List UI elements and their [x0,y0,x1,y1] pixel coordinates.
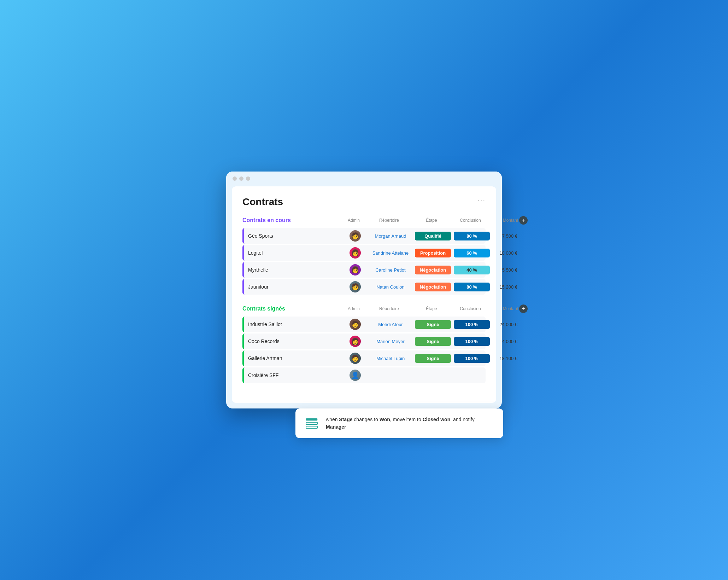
col-montant-label-1: Montant [490,218,518,223]
section-signes-header: Contrats signés Admin Répertoire Étape C… [242,304,486,314]
row-montant: 4 000 € [491,339,519,344]
avatar: 🧑 [350,281,361,292]
page-title: Contrats [242,196,283,208]
add-en-cours-button[interactable]: + [519,216,528,225]
automation-closed-won: Closed won [423,417,451,422]
page-header: Contrats ··· [242,196,486,208]
row-admin: 👩 [343,247,368,259]
col-montant-label-2: Montant [490,306,518,311]
conclusion-bar: 80 % [454,283,490,291]
section-signes: Contrats signés Admin Répertoire Étape C… [242,304,486,383]
row-repertoire: Marion Meyer [368,339,413,344]
row-admin: 🧑 [343,319,368,330]
conclusion-bar: 100 % [454,337,490,346]
avatar: 👩 [350,247,361,259]
more-options-icon[interactable]: ··· [477,196,486,204]
row-name: Myrthelle [244,267,343,273]
conclusion-bar: 100 % [454,320,490,329]
automation-stage: Stage [339,417,352,422]
table-row[interactable]: Industrie Saillot 🧑 Mehdi Atour Signé 10… [242,317,486,332]
row-name: Croisière SFF [244,372,343,378]
row-admin: 👤 [343,370,368,381]
section-en-cours: Contrats en cours Admin Répertoire Étape… [242,216,486,295]
row-admin: 👩 [343,336,368,347]
col-conclusion-label-1: Conclusion [451,218,490,223]
etape-badge: Qualifié [415,232,451,240]
row-admin: 🧑 [343,353,368,364]
row-montant: 5 500 € [491,267,519,273]
traffic-light-red [233,176,237,181]
avatar: 👩 [350,264,361,276]
row-name: Coco Records [244,338,343,344]
avatar: 🧑 [350,230,361,242]
add-signes-button[interactable]: + [519,304,528,313]
table-row[interactable]: Croisière SFF 👤 [242,367,486,383]
etape-badge: Négociation [415,266,451,274]
table-row[interactable]: Jaunitour 🧑 Natan Coulon Négociation 80 … [242,279,486,295]
col-conclusion-label-2: Conclusion [451,306,490,311]
browser-window: Contrats ··· Contrats en cours Admin Rép… [226,172,502,408]
traffic-light-yellow [239,176,243,181]
automation-tooltip: when Stage changes to Won, move item to … [295,408,503,438]
avatar: 🧑 [350,353,361,364]
table-row[interactable]: Logitel 👩 Sandrine Attelane Proposition … [242,245,486,261]
row-name: Géo Sports [244,233,343,239]
row-repertoire: Michael Lupin [368,356,413,361]
table-row[interactable]: Myrthelle 👩 Caroline Petiot Négociation … [242,262,486,278]
svg-rect-1 [306,422,317,424]
conclusion-bar: 100 % [454,354,490,363]
conclusion-bar: 60 % [454,249,490,257]
svg-rect-2 [306,426,317,428]
en-cours-rows: Géo Sports 🧑 Morgan Arnaud Qualifié 80 %… [242,228,486,295]
app-card: Contrats ··· Contrats en cours Admin Rép… [232,186,496,403]
conclusion-bar: 40 % [454,266,490,274]
row-montant: 10 000 € [491,250,519,256]
row-repertoire: Sandrine Attelane [368,250,413,256]
avatar: 👤 [350,370,361,381]
signes-rows: Industrie Saillot 🧑 Mehdi Atour Signé 10… [242,317,486,383]
col-repertoire-label-2: Répertoire [366,306,412,311]
automation-manager: Manager [326,424,346,430]
row-montant: 15 200 € [491,284,519,290]
col-etape-label-2: Étape [412,306,451,311]
section-signes-title: Contrats signés [242,306,341,312]
col-admin-label-1: Admin [341,218,366,223]
table-row[interactable]: Coco Records 👩 Marion Meyer Signé 100 % … [242,334,486,349]
row-repertoire: Natan Coulon [368,284,413,290]
row-name: Industrie Saillot [244,321,343,327]
svg-rect-0 [306,418,317,420]
section-en-cours-header: Contrats en cours Admin Répertoire Étape… [242,216,486,226]
row-name: Jaunitour [244,284,343,290]
avatar: 👩 [350,336,361,347]
row-name: Gallerie Artman [244,355,343,361]
row-admin: 🧑 [343,281,368,292]
row-repertoire: Caroline Petiot [368,267,413,273]
row-montant: 7 500 € [491,233,519,239]
browser-titlebar [226,172,502,184]
row-admin: 👩 [343,264,368,276]
col-etape-label-1: Étape [412,218,451,223]
col-admin-label-2: Admin [341,306,366,311]
automation-text: when Stage changes to Won, move item to … [326,416,495,431]
section-en-cours-title: Contrats en cours [242,217,341,224]
row-montant: 24 000 € [491,322,519,327]
row-repertoire: Morgan Arnaud [368,233,413,239]
etape-badge: Proposition [415,249,451,257]
automation-icon [304,416,319,431]
table-row[interactable]: Gallerie Artman 🧑 Michael Lupin Signé 10… [242,350,486,366]
traffic-light-green [246,176,250,181]
col-repertoire-label-1: Répertoire [366,218,412,223]
row-name: Logitel [244,250,343,256]
etape-badge: Négociation [415,283,451,291]
etape-badge: Signé [415,354,451,363]
etape-badge: Signé [415,320,451,329]
row-admin: 🧑 [343,230,368,242]
row-repertoire: Mehdi Atour [368,322,413,327]
avatar: 🧑 [350,319,361,330]
etape-badge: Signé [415,337,451,346]
table-row[interactable]: Géo Sports 🧑 Morgan Arnaud Qualifié 80 %… [242,228,486,244]
row-montant: 18 100 € [491,356,519,361]
conclusion-bar: 80 % [454,232,490,240]
automation-won: Won [380,417,390,422]
